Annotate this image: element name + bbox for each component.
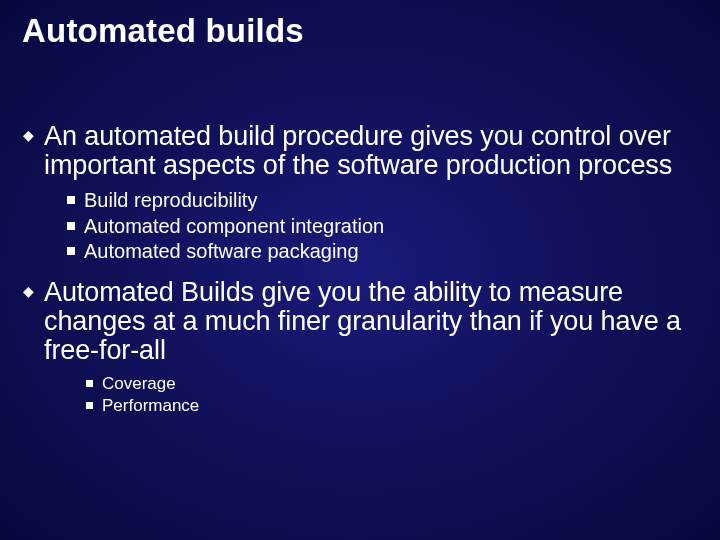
- bullet-item: An automated build procedure gives you c…: [22, 122, 698, 180]
- sub-bullet-text: Build reproducibility: [84, 189, 257, 211]
- slide-title: Automated builds: [22, 12, 698, 50]
- sub-bullet-item: Performance: [84, 395, 698, 417]
- sub-bullet-item: Automated software packaging: [64, 239, 698, 264]
- sub-bullet-item: Build reproducibility: [64, 188, 698, 213]
- sub-list: Coverage Performance: [22, 373, 698, 417]
- bullet-text: An automated build procedure gives you c…: [44, 121, 672, 180]
- sub-bullet-text: Performance: [102, 396, 199, 415]
- sub-list: Build reproducibility Automated componen…: [22, 188, 698, 264]
- sub-bullet-item: Coverage: [84, 373, 698, 395]
- sub-bullet-item: Automated component integration: [64, 214, 698, 239]
- sub-bullet-text: Coverage: [102, 374, 176, 393]
- sub-bullet-text: Automated software packaging: [84, 240, 359, 262]
- bullet-text: Automated Builds give you the ability to…: [44, 277, 681, 365]
- sub-bullet-text: Automated component integration: [84, 215, 384, 237]
- bullet-item: Automated Builds give you the ability to…: [22, 278, 698, 365]
- slide: Automated builds An automated build proc…: [0, 0, 720, 540]
